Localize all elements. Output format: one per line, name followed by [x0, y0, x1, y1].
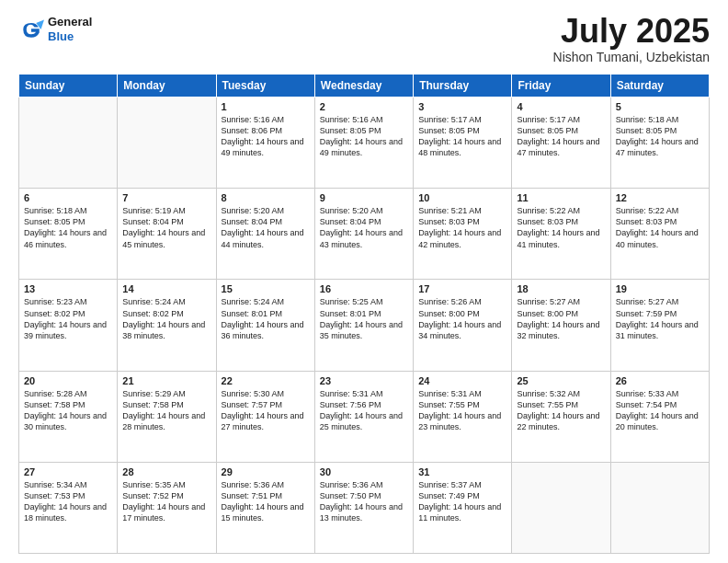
calendar-week-row: 13Sunrise: 5:23 AMSunset: 8:02 PMDayligh… — [19, 280, 710, 371]
cell-info: Sunrise: 5:24 AMSunset: 8:01 PMDaylight:… — [222, 296, 310, 341]
day-number: 2 — [320, 101, 408, 112]
day-of-week-header: Sunday — [19, 75, 118, 98]
day-number: 31 — [418, 466, 506, 477]
month-title: July 2025 — [553, 15, 710, 48]
page: General Blue July 2025 Nishon Tumani, Uz… — [0, 0, 728, 563]
day-number: 30 — [320, 466, 408, 477]
day-number: 22 — [222, 375, 310, 386]
cell-info: Sunrise: 5:20 AMSunset: 8:04 PMDaylight:… — [222, 205, 310, 250]
day-number: 25 — [517, 375, 605, 386]
cell-info: Sunrise: 5:25 AMSunset: 8:01 PMDaylight:… — [320, 296, 408, 341]
cell-info: Sunrise: 5:17 AMSunset: 8:05 PMDaylight:… — [418, 114, 506, 159]
calendar-cell: 20Sunrise: 5:28 AMSunset: 7:58 PMDayligh… — [19, 371, 118, 462]
cell-info: Sunrise: 5:16 AMSunset: 8:05 PMDaylight:… — [320, 114, 408, 159]
day-of-week-header: Monday — [118, 75, 216, 98]
cell-info: Sunrise: 5:35 AMSunset: 7:52 PMDaylight:… — [122, 479, 210, 524]
day-number: 14 — [122, 283, 210, 294]
day-number: 15 — [222, 283, 310, 294]
day-of-week-header: Friday — [512, 75, 610, 98]
cell-info: Sunrise: 5:29 AMSunset: 7:58 PMDaylight:… — [122, 388, 210, 433]
cell-info: Sunrise: 5:32 AMSunset: 7:55 PMDaylight:… — [517, 388, 605, 433]
calendar-table: SundayMondayTuesdayWednesdayThursdayFrid… — [18, 74, 710, 554]
day-number: 11 — [517, 192, 605, 203]
day-number: 9 — [320, 192, 408, 203]
calendar-cell: 23Sunrise: 5:31 AMSunset: 7:56 PMDayligh… — [314, 371, 413, 462]
day-number: 29 — [222, 466, 310, 477]
calendar-cell: 26Sunrise: 5:33 AMSunset: 7:54 PMDayligh… — [610, 371, 709, 462]
cell-info: Sunrise: 5:36 AMSunset: 7:50 PMDaylight:… — [320, 479, 408, 524]
cell-info: Sunrise: 5:26 AMSunset: 8:00 PMDaylight:… — [418, 296, 506, 341]
cell-info: Sunrise: 5:18 AMSunset: 8:05 PMDaylight:… — [24, 205, 112, 250]
location: Nishon Tumani, Uzbekistan — [553, 50, 710, 64]
calendar-cell: 11Sunrise: 5:22 AMSunset: 8:03 PMDayligh… — [512, 189, 610, 280]
calendar-week-row: 20Sunrise: 5:28 AMSunset: 7:58 PMDayligh… — [19, 371, 710, 462]
day-number: 7 — [122, 192, 210, 203]
day-of-week-header: Tuesday — [216, 75, 314, 98]
cell-info: Sunrise: 5:16 AMSunset: 8:06 PMDaylight:… — [222, 114, 310, 159]
cell-info: Sunrise: 5:36 AMSunset: 7:51 PMDaylight:… — [222, 479, 310, 524]
calendar-cell: 27Sunrise: 5:34 AMSunset: 7:53 PMDayligh… — [19, 462, 118, 553]
cell-info: Sunrise: 5:22 AMSunset: 8:03 PMDaylight:… — [517, 205, 605, 250]
calendar-cell: 18Sunrise: 5:27 AMSunset: 8:00 PMDayligh… — [512, 280, 610, 371]
calendar-cell: 10Sunrise: 5:21 AMSunset: 8:03 PMDayligh… — [414, 189, 512, 280]
cell-info: Sunrise: 5:18 AMSunset: 8:05 PMDaylight:… — [616, 114, 704, 159]
calendar-cell: 7Sunrise: 5:19 AMSunset: 8:04 PMDaylight… — [118, 189, 216, 280]
calendar-cell — [512, 462, 610, 553]
day-number: 16 — [320, 283, 408, 294]
day-number: 28 — [122, 466, 210, 477]
calendar-week-row: 6Sunrise: 5:18 AMSunset: 8:05 PMDaylight… — [19, 189, 710, 280]
day-number: 24 — [418, 375, 506, 386]
calendar-cell: 24Sunrise: 5:31 AMSunset: 7:55 PMDayligh… — [414, 371, 512, 462]
cell-info: Sunrise: 5:19 AMSunset: 8:04 PMDaylight:… — [122, 205, 210, 250]
day-number: 21 — [122, 375, 210, 386]
calendar-cell — [118, 98, 216, 189]
logo-text: General Blue — [48, 15, 92, 43]
cell-info: Sunrise: 5:17 AMSunset: 8:05 PMDaylight:… — [517, 114, 605, 159]
calendar-cell: 12Sunrise: 5:22 AMSunset: 8:03 PMDayligh… — [610, 189, 709, 280]
cell-info: Sunrise: 5:31 AMSunset: 7:55 PMDaylight:… — [418, 388, 506, 433]
cell-info: Sunrise: 5:22 AMSunset: 8:03 PMDaylight:… — [616, 205, 704, 250]
day-number: 17 — [418, 283, 506, 294]
logo: General Blue — [18, 15, 92, 43]
calendar-cell: 8Sunrise: 5:20 AMSunset: 8:04 PMDaylight… — [216, 189, 314, 280]
calendar-cell: 22Sunrise: 5:30 AMSunset: 7:57 PMDayligh… — [216, 371, 314, 462]
cell-info: Sunrise: 5:34 AMSunset: 7:53 PMDaylight:… — [24, 479, 112, 524]
calendar-cell: 2Sunrise: 5:16 AMSunset: 8:05 PMDaylight… — [314, 98, 413, 189]
day-number: 8 — [222, 192, 310, 203]
calendar-cell: 29Sunrise: 5:36 AMSunset: 7:51 PMDayligh… — [216, 462, 314, 553]
day-number: 10 — [418, 192, 506, 203]
calendar-cell: 31Sunrise: 5:37 AMSunset: 7:49 PMDayligh… — [414, 462, 512, 553]
cell-info: Sunrise: 5:33 AMSunset: 7:54 PMDaylight:… — [616, 388, 704, 433]
cell-info: Sunrise: 5:27 AMSunset: 8:00 PMDaylight:… — [517, 296, 605, 341]
cell-info: Sunrise: 5:24 AMSunset: 8:02 PMDaylight:… — [122, 296, 210, 341]
calendar-cell: 19Sunrise: 5:27 AMSunset: 7:59 PMDayligh… — [610, 280, 709, 371]
day-of-week-header: Wednesday — [314, 75, 413, 98]
cell-info: Sunrise: 5:31 AMSunset: 7:56 PMDaylight:… — [320, 388, 408, 433]
calendar-cell: 25Sunrise: 5:32 AMSunset: 7:55 PMDayligh… — [512, 371, 610, 462]
cell-info: Sunrise: 5:27 AMSunset: 7:59 PMDaylight:… — [616, 296, 704, 341]
calendar-cell: 3Sunrise: 5:17 AMSunset: 8:05 PMDaylight… — [414, 98, 512, 189]
day-number: 23 — [320, 375, 408, 386]
day-number: 3 — [418, 101, 506, 112]
title-block: July 2025 Nishon Tumani, Uzbekistan — [553, 15, 710, 64]
calendar-cell: 13Sunrise: 5:23 AMSunset: 8:02 PMDayligh… — [19, 280, 118, 371]
day-number: 4 — [517, 101, 605, 112]
calendar-header-row: SundayMondayTuesdayWednesdayThursdayFrid… — [19, 75, 710, 98]
calendar-cell: 30Sunrise: 5:36 AMSunset: 7:50 PMDayligh… — [314, 462, 413, 553]
calendar-cell: 28Sunrise: 5:35 AMSunset: 7:52 PMDayligh… — [118, 462, 216, 553]
header: General Blue July 2025 Nishon Tumani, Uz… — [18, 15, 710, 64]
calendar-cell: 6Sunrise: 5:18 AMSunset: 8:05 PMDaylight… — [19, 189, 118, 280]
calendar-cell: 5Sunrise: 5:18 AMSunset: 8:05 PMDaylight… — [610, 98, 709, 189]
day-of-week-header: Saturday — [610, 75, 709, 98]
calendar-cell — [19, 98, 118, 189]
cell-info: Sunrise: 5:23 AMSunset: 8:02 PMDaylight:… — [24, 296, 112, 341]
day-number: 12 — [616, 192, 704, 203]
cell-info: Sunrise: 5:21 AMSunset: 8:03 PMDaylight:… — [418, 205, 506, 250]
calendar-cell — [610, 462, 709, 553]
day-number: 27 — [24, 466, 112, 477]
day-of-week-header: Thursday — [414, 75, 512, 98]
calendar-cell: 4Sunrise: 5:17 AMSunset: 8:05 PMDaylight… — [512, 98, 610, 189]
day-number: 1 — [222, 101, 310, 112]
cell-info: Sunrise: 5:37 AMSunset: 7:49 PMDaylight:… — [418, 479, 506, 524]
calendar-cell: 9Sunrise: 5:20 AMSunset: 8:04 PMDaylight… — [314, 189, 413, 280]
